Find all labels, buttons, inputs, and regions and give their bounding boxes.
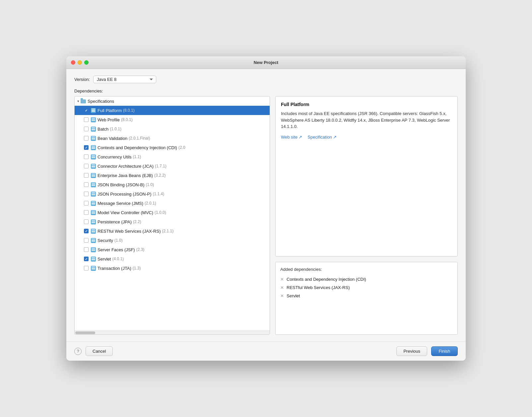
version-select[interactable]: Java EE 8 Java EE 7 Java EE 9 (93, 76, 156, 83)
dep-item-servlet: ✕ Servlet (280, 292, 453, 300)
tree-container[interactable]: ▾ Specifications Full Platform (8.0 (75, 96, 270, 330)
specification-link[interactable]: Specification ↗ (307, 135, 337, 140)
tree-item-full-platform[interactable]: Full Platform (8.0.1) (75, 106, 270, 115)
tree-item-batch[interactable]: Batch (1.0.1) (75, 124, 270, 134)
scrollbar-thumb[interactable] (75, 331, 95, 334)
website-link[interactable]: Web site ↗ (281, 135, 302, 140)
checkbox-jax-rs[interactable] (84, 229, 89, 233)
checkbox-jpa[interactable] (84, 219, 89, 224)
minimize-button[interactable] (78, 60, 82, 65)
remove-jax-rs-button[interactable]: ✕ (280, 285, 284, 290)
spec-icon-jsf (91, 247, 96, 252)
tree-item-security[interactable]: Security (1.0) (75, 236, 270, 245)
titlebar: New Project (66, 56, 466, 69)
item-version-bean-validation: (2.0.1.Final) (129, 136, 150, 141)
checkbox-jta[interactable] (84, 266, 89, 270)
item-label-web-profile: Web Profile (98, 117, 120, 122)
version-row: Version: Java EE 8 Java EE 7 Java EE 9 (74, 76, 458, 83)
checkbox-batch[interactable] (84, 127, 89, 131)
tree-item-jca[interactable]: Connector Architecture (JCA) (1.7.1) (75, 161, 270, 171)
remove-servlet-button[interactable]: ✕ (280, 293, 284, 298)
checkbox-cdi[interactable] (84, 145, 89, 150)
item-version-jca: (1.7.1) (155, 164, 166, 168)
finish-button[interactable]: Finish (431, 346, 458, 356)
tree-item-concurrency-utils[interactable]: Concurrency Utils (1.1) (75, 152, 270, 161)
checkbox-json-b[interactable] (84, 182, 89, 187)
item-label-bean-validation: Bean Validation (98, 136, 127, 141)
tree-item-jsf[interactable]: Server Faces (JSF) (2.3) (75, 245, 270, 254)
item-version-web-profile: (8.0.1) (121, 117, 133, 122)
spec-icon-json-b (91, 182, 96, 187)
item-version-jms: (2.0.1) (145, 201, 156, 206)
window-title: New Project (254, 60, 278, 65)
checkbox-jca[interactable] (84, 164, 89, 168)
maximize-button[interactable] (84, 60, 89, 65)
tree-item-cdi[interactable]: Contexts and Dependency Injection (CDI) … (75, 143, 270, 152)
bottom-bar: ? Cancel Previous Finish (66, 341, 466, 361)
specification-link-arrow: ↗ (333, 135, 337, 140)
item-label-jpa: Persistence (JPA) (98, 219, 132, 224)
tree-item-json-p[interactable]: JSON Processing (JSON-P) (1.1.4) (75, 189, 270, 199)
added-deps-box: Added dependencies: ✕ Contexts and Depen… (275, 262, 458, 335)
spec-icon-security (91, 238, 96, 243)
tree-item-servlet[interactable]: Servlet (4.0.1) (75, 254, 270, 264)
item-version-jta: (1.3) (133, 266, 141, 270)
item-label-jsf: Server Faces (JSF) (98, 247, 135, 252)
tree-item-ejb[interactable]: Enterprise Java Beans (EJB) (3.2.2) (75, 171, 270, 180)
website-link-arrow: ↗ (299, 135, 302, 140)
info-title: Full Platform (281, 102, 452, 107)
dep-name-cdi: Contexts and Dependency Injection (CDI) (287, 277, 366, 282)
checkbox-jms[interactable] (84, 201, 89, 206)
spec-icon-jpa (91, 219, 96, 224)
spec-icon-json-p (91, 191, 96, 197)
tree-item-jpa[interactable]: Persistence (JPA) (2.2) (75, 217, 270, 226)
checkbox-web-profile[interactable] (84, 117, 89, 122)
help-button[interactable]: ? (74, 348, 82, 355)
item-version-jsf: (2.3) (136, 247, 145, 252)
tree-item-jms[interactable]: Message Service (JMS) (2.0.1) (75, 199, 270, 208)
item-label-jta: Transaction (JTA) (98, 266, 131, 271)
tree-item-jax-rs[interactable]: RESTful Web Services (JAX-RS) (2.1.1) (75, 226, 270, 236)
chevron-down-icon: ▾ (77, 99, 79, 103)
checkbox-mvc[interactable] (84, 210, 89, 215)
dep-item-cdi: ✕ Contexts and Dependency Injection (CDI… (280, 275, 453, 283)
checkbox-bean-validation[interactable] (84, 136, 89, 141)
checkbox-jsf[interactable] (84, 247, 89, 252)
spec-icon-batch (91, 126, 96, 132)
item-label-mvc: Model View Controller (MVC) (98, 210, 153, 215)
item-label-concurrency-utils: Concurrency Utils (98, 154, 132, 159)
checkbox-full-platform[interactable] (84, 108, 89, 113)
added-deps-title: Added dependencies: (280, 267, 453, 272)
item-label-servlet: Servlet (98, 257, 111, 262)
item-label-jms: Message Service (JMS) (98, 201, 143, 206)
info-box: Full Platform Includes most of Java EE s… (275, 96, 458, 257)
tree-item-web-profile[interactable]: Web Profile (8.0.1) (75, 115, 270, 124)
tree-item-bean-validation[interactable]: Bean Validation (2.0.1.Final) (75, 134, 270, 143)
checkbox-ejb[interactable] (84, 173, 89, 178)
checkbox-security[interactable] (84, 238, 89, 243)
cancel-button[interactable]: Cancel (86, 346, 113, 356)
checkbox-json-p[interactable] (84, 192, 89, 196)
main-panel: ▾ Specifications Full Platform (8.0 (74, 96, 458, 335)
close-button[interactable] (71, 60, 75, 65)
tree-item-json-b[interactable]: JSON Binding (JSON-B) (1.0) (75, 180, 270, 189)
tree-item-mvc[interactable]: Model View Controller (MVC) (1.0.0) (75, 208, 270, 217)
dependencies-label: Dependencies: (74, 89, 458, 93)
spec-icon-concurrency-utils (91, 154, 96, 159)
item-label-ejb: Enterprise Java Beans (EJB) (98, 173, 153, 178)
horizontal-scrollbar[interactable] (75, 330, 270, 334)
checkbox-concurrency-utils[interactable] (84, 154, 89, 159)
tree-item-jta[interactable]: Transaction (JTA) (1.3) (75, 264, 270, 273)
item-version-security: (1.0) (114, 238, 123, 243)
item-label-full-platform: Full Platform (98, 108, 122, 113)
dep-item-jax-rs: ✕ RESTful Web Services (JAX-RS) (280, 283, 453, 292)
previous-button[interactable]: Previous (396, 346, 427, 356)
item-label-cdi: Contexts and Dependency Injection (CDI) (98, 145, 177, 150)
item-version-cdi: (2.0 (178, 145, 185, 150)
info-description: Includes most of Java EE specifications … (281, 110, 452, 130)
tree-category-specifications[interactable]: ▾ Specifications (75, 96, 270, 106)
item-version-servlet: (4.0.1) (112, 257, 124, 261)
remove-cdi-button[interactable]: ✕ (280, 277, 284, 282)
dep-name-servlet: Servlet (287, 293, 300, 298)
checkbox-servlet[interactable] (84, 257, 89, 261)
